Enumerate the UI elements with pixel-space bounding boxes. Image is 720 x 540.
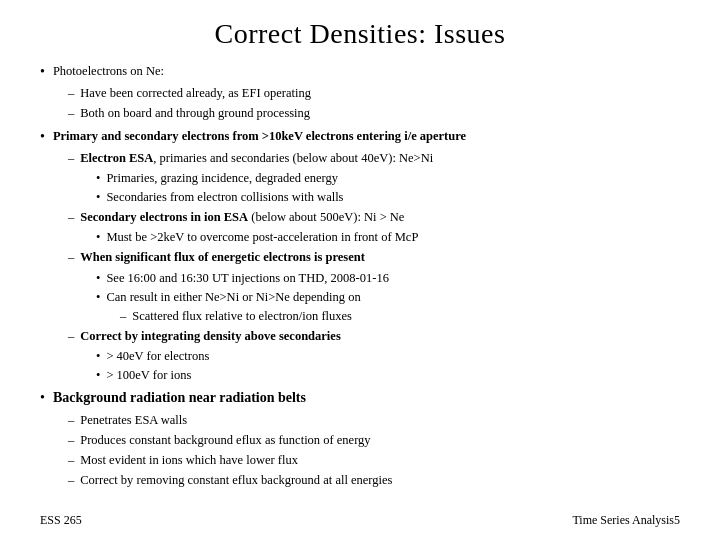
sub-2-4-2: • > 100eV for ions: [96, 366, 680, 384]
dash-3-2: – Produces constant background eflux as …: [68, 431, 680, 449]
dash-sym: –: [68, 248, 74, 266]
bullet-symbol-1: •: [40, 62, 45, 82]
bullet-3: • Background radiation near radiation be…: [40, 388, 680, 408]
dash-2-4: – Correct by integrating density above s…: [68, 327, 680, 345]
sub-text: Must be >2keV to overcome post-accelerat…: [106, 228, 680, 246]
dash-3-1: – Penetrates ESA walls: [68, 411, 680, 429]
dash-text: Secondary electrons in ion ESA (below ab…: [80, 208, 680, 226]
dash-1-2: – Both on board and through ground proce…: [68, 104, 680, 122]
dash-text: Electron ESA, primaries and secondaries …: [80, 149, 680, 167]
bullet-symbol-3: •: [40, 388, 45, 408]
sub-text: > 40eV for electrons: [106, 347, 680, 365]
dash-2-3: – When significant flux of energetic ele…: [68, 248, 680, 266]
dash-sym: –: [68, 471, 74, 489]
sub-2-2-1: • Must be >2keV to overcome post-acceler…: [96, 228, 680, 246]
bullet-text-3: Background radiation near radiation belt…: [53, 388, 680, 408]
bullet-text-1: Photoelectrons on Ne:: [53, 62, 680, 80]
content-area: • Photoelectrons on Ne: – Have been corr…: [40, 62, 680, 505]
sub-2-4-1: • > 40eV for electrons: [96, 347, 680, 365]
sub-2-3-1: • See 16:00 and 16:30 UT injections on T…: [96, 269, 680, 287]
dash-text: When significant flux of energetic elect…: [80, 248, 680, 266]
sub-2-1-1: • Primaries, grazing incidence, degraded…: [96, 169, 680, 187]
footer: ESS 265 Time Series Analysis5: [40, 505, 680, 528]
dash-sym: –: [68, 431, 74, 449]
sub-text: Secondaries from electron collisions wit…: [106, 188, 680, 206]
sub-text: See 16:00 and 16:30 UT injections on THD…: [106, 269, 680, 287]
dash-sym: –: [68, 208, 74, 226]
footer-right: Time Series Analysis5: [572, 513, 680, 528]
dash-3-4: – Correct by removing constant eflux bac…: [68, 471, 680, 489]
dash-sym: –: [68, 84, 74, 102]
footer-left: ESS 265: [40, 513, 82, 528]
sub-2-1-2: • Secondaries from electron collisions w…: [96, 188, 680, 206]
subsub-2-3-1: – Scattered flux relative to electron/io…: [120, 307, 680, 325]
dash-3-3: – Most evident in ions which have lower …: [68, 451, 680, 469]
bullet-symbol-2: •: [40, 127, 45, 147]
dash-sym: –: [68, 411, 74, 429]
dash-2-2: – Secondary electrons in ion ESA (below …: [68, 208, 680, 226]
sub-text: Primaries, grazing incidence, degraded e…: [106, 169, 680, 187]
sub-text: Can result in either Ne>Ni or Ni>Ne depe…: [106, 288, 680, 306]
dash-sym: –: [68, 149, 74, 167]
page: Correct Densities: Issues • Photoelectro…: [0, 0, 720, 540]
bullet-1: • Photoelectrons on Ne:: [40, 62, 680, 82]
subsub-text: Scattered flux relative to electron/ion …: [132, 307, 352, 325]
dash-text: Correct by integrating density above sec…: [80, 327, 680, 345]
bullet-2: • Primary and secondary electrons from >…: [40, 127, 680, 147]
dash-sym: –: [68, 104, 74, 122]
page-title: Correct Densities: Issues: [40, 18, 680, 50]
sub-2-3-2: • Can result in either Ne>Ni or Ni>Ne de…: [96, 288, 680, 306]
dash-sym: –: [68, 327, 74, 345]
dash-2-1: – Electron ESA, primaries and secondarie…: [68, 149, 680, 167]
bullet-text-2: Primary and secondary electrons from >10…: [53, 127, 680, 145]
dash-1-1: – Have been corrected already, as EFI op…: [68, 84, 680, 102]
sub-text: > 100eV for ions: [106, 366, 680, 384]
dash-sym: –: [68, 451, 74, 469]
